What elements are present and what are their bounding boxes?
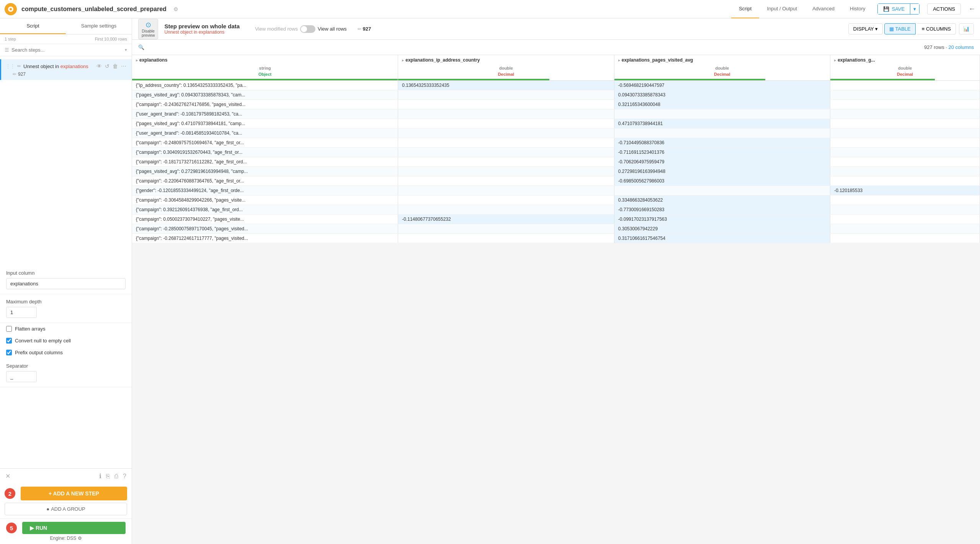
step-delete-button[interactable]: 🗑	[112, 62, 119, 70]
tab-input-output[interactable]: Input / Output	[759, 0, 805, 18]
tab-advanced[interactable]: Advanced	[805, 0, 842, 18]
convert-null-label: Convert null to empty cell	[15, 338, 71, 344]
table-cell	[398, 129, 614, 138]
table-cell	[398, 119, 614, 129]
paste-button[interactable]: ⎙	[114, 472, 119, 480]
app-logo	[5, 3, 17, 15]
run-footer: 5 ▶ RUN Engine: DSS ⚙	[0, 518, 132, 544]
sidebar-tabs: Script Sample settings	[0, 18, 132, 34]
table-cell: {"campaign": 0.3921260914376938, "age_fi…	[132, 205, 398, 215]
copy-button[interactable]: ⎘	[105, 472, 111, 480]
table-cell: 0.4710793738944181	[614, 119, 830, 129]
columns-link[interactable]: 20 columns	[949, 44, 974, 50]
view-modified-toggle[interactable]	[300, 25, 315, 33]
max-depth-section: Maximum depth	[0, 294, 132, 323]
top-header: compute_customers_unlabeled_scored_prepa…	[0, 0, 980, 18]
table-cell	[398, 224, 614, 234]
table-cell	[398, 109, 614, 119]
display-button[interactable]: DISPLAY ▾	[848, 23, 883, 34]
table-cell: {"user_agent_brand": -0.0814585193401078…	[132, 129, 398, 138]
table-row: {"campaign": -0.2436276274176856, "pages…	[132, 100, 980, 109]
step-rows-info: ✏ 927	[6, 70, 127, 77]
table-cell: 0.3348663284053622	[614, 195, 830, 205]
table-cell	[830, 138, 980, 148]
tab-script[interactable]: Script	[731, 0, 759, 18]
input-column-field[interactable]	[6, 278, 126, 289]
col-header-pages-avg: ▸explanations_pages_visited_avg double D…	[614, 55, 830, 81]
sidebar-tab-sample[interactable]: Sample settings	[66, 18, 132, 34]
badge-2: 2	[5, 488, 15, 499]
step-row-count: 927	[18, 72, 26, 77]
table-view-button[interactable]: ▦ TABLE	[884, 23, 916, 34]
flatten-arrays-checkbox[interactable]	[6, 326, 12, 332]
col-icon2: ▸	[402, 58, 404, 62]
preview-actions: DISPLAY ▾ ▦ TABLE ≡ COLUMNS 📊	[848, 23, 974, 34]
close-step-button[interactable]: ✕	[5, 472, 11, 480]
table-cell	[830, 109, 980, 119]
table-cell	[398, 157, 614, 167]
col-icon3: ▸	[618, 58, 620, 62]
disable-preview-button[interactable]: ⊙ Disablepreview	[138, 19, 158, 39]
info-button[interactable]: ℹ	[98, 472, 102, 480]
step-controls: ✕ ℹ ⎘ ⎙ ?	[0, 468, 132, 484]
table-row: {"campaign": -0.18171732716112282, "age_…	[132, 157, 980, 167]
settings-icon[interactable]: ⚙	[173, 6, 178, 12]
table-body: {"ip_address_country": 0.136543253333352…	[132, 81, 980, 243]
table-cell	[830, 167, 980, 176]
search-steps-input[interactable]	[11, 47, 122, 53]
table-cell: 0.09430733385878343	[614, 90, 830, 100]
chart-icon: 📊	[963, 26, 970, 32]
table-row: {"pages_visited_avg": 0.4710793738944181…	[132, 119, 980, 129]
columns-view-button[interactable]: ≡ COLUMNS	[917, 23, 956, 34]
table-cell	[830, 90, 980, 100]
table-cell	[830, 224, 980, 234]
table-cell: {"pages_visited_avg": 0.0943073338587834…	[132, 90, 398, 100]
drag-handle-icon[interactable]: ⋮⋮	[6, 64, 15, 69]
table-row: {"campaign": 0.05002373079410227, "pages…	[132, 215, 980, 224]
separator-field[interactable]	[6, 371, 37, 382]
run-button[interactable]: ▶ RUN	[22, 522, 126, 534]
table-row: {"user_agent_brand": -0.1081797589818245…	[132, 109, 980, 119]
step-eye-button[interactable]: 👁	[96, 62, 103, 70]
table-container: ▸explanations string Object ▸explanation…	[132, 55, 980, 544]
chart-view-button[interactable]: 📊	[959, 23, 974, 34]
pencil-icon2: ✏	[358, 26, 361, 32]
sidebar-tab-script[interactable]: Script	[0, 18, 66, 34]
actions-button[interactable]: ACTIONS	[927, 3, 961, 15]
flatten-arrays-label: Flatten arrays	[15, 326, 45, 332]
tab-history[interactable]: History	[842, 0, 873, 18]
table-cell	[398, 90, 614, 100]
preview-header: ⊙ Disablepreview Step preview on whole d…	[132, 18, 980, 40]
max-depth-field[interactable]	[6, 307, 37, 318]
help-button[interactable]: ?	[122, 472, 127, 480]
table-cell: 0.31710661617546754	[614, 234, 830, 243]
back-button[interactable]: ←	[969, 5, 975, 13]
search-steps-bar: ☰ ▾	[0, 44, 132, 56]
step-more-button[interactable]: ⋯	[120, 62, 127, 70]
table-cell: {"campaign": -0.18171732716112282, "age_…	[132, 157, 398, 167]
save-button-group: 💾 SAVE ▾	[877, 3, 920, 15]
pencil-icon: ✏	[13, 72, 16, 77]
add-step-button[interactable]: + ADD A NEW STEP	[21, 487, 127, 500]
table-cell	[398, 100, 614, 109]
table-cell	[830, 215, 980, 224]
table-row: {"campaign": 0.30409191532670443, "age_f…	[132, 148, 980, 157]
steps-count: 1 step	[5, 37, 16, 41]
col-header-ip-country: ▸explanations_ip_address_country double …	[398, 55, 614, 81]
prefix-output-checkbox[interactable]	[6, 350, 12, 355]
table-cell: {"campaign": -0.22064760887364765, "age_…	[132, 176, 398, 186]
save-button[interactable]: 💾 SAVE	[878, 4, 910, 14]
search-bar: 🔍	[138, 44, 144, 50]
add-group-button[interactable]: ● ADD A GROUP	[5, 503, 127, 515]
step-column-name: explanations	[60, 64, 88, 69]
table-cell	[830, 176, 980, 186]
table-cell	[830, 100, 980, 109]
convert-null-checkbox[interactable]	[6, 338, 12, 344]
save-dropdown-button[interactable]: ▾	[910, 4, 919, 14]
project-title: compute_customers_unlabeled_scored_prepa…	[21, 6, 167, 13]
add-step-section: 2 + ADD A NEW STEP ● ADD A GROUP	[0, 484, 132, 518]
engine-text: Engine: DSS ⚙	[50, 536, 82, 541]
edit-icon[interactable]: ✏	[17, 64, 21, 69]
step-refresh-button[interactable]: ↺	[104, 62, 110, 70]
table-cell: -0.09917023137917563	[614, 215, 830, 224]
